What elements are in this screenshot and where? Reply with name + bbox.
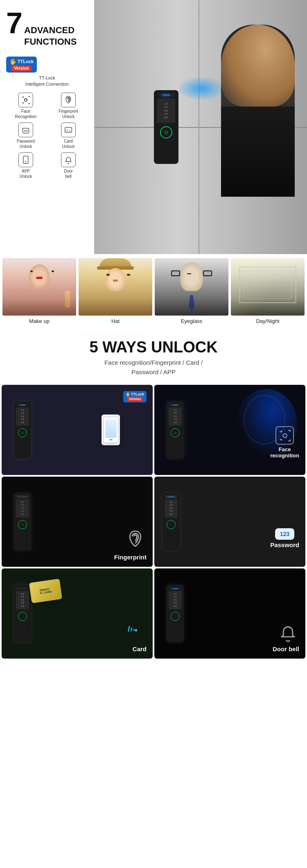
ttlock-badge: 🖐️ TTLock Version	[6, 57, 37, 73]
feature-password: 123 Password Unlock	[6, 123, 45, 149]
fingerprint-icon	[61, 93, 76, 107]
version-label: Version	[11, 66, 31, 71]
demo-photo-hat	[79, 258, 152, 316]
fingerprint-cell-label: Fingerprint	[114, 554, 147, 561]
unlock-cell-app: 1 23 45 67 89 0 ○ 🖐️ TTLock Version	[2, 385, 153, 475]
face-recognition-label: Face Recognition	[15, 109, 37, 119]
title-line1: ADVANCED	[24, 25, 77, 36]
ttlock-label: TTLock	[18, 59, 34, 64]
svg-point-7	[25, 161, 27, 162]
ways-unlock-subtitle: Face recognition/Fingerprint / Card / Pa…	[0, 358, 307, 377]
mini-lock-fingerprint: 1 23 45 67 89 0 ○	[14, 493, 31, 550]
feature-face: Face Recognition	[6, 93, 45, 119]
password-cell-badge: 123	[275, 528, 294, 540]
unlock-cell-doorbell: 1 23 45 67 89 0 Door bell	[154, 568, 305, 659]
section-ways-unlock: 5 WAYS UNLOCK Face recognition/Fingerpri…	[0, 330, 307, 381]
demo-label-hat: Hat	[79, 318, 152, 324]
unlock-cell-face: 1 23 45 67 89 0 ○ · · · ·· · · ·· · · · …	[154, 385, 305, 475]
demo-label-eyeglass: Eyeglass	[155, 318, 228, 324]
demo-photo-eyeglass	[155, 258, 228, 316]
feature-app: APP Unlock	[6, 152, 45, 179]
card-cell-label: Card	[133, 645, 147, 652]
app-icon	[18, 152, 33, 167]
demo-labels-row: Make up Hat Eyeglass Day/Night	[0, 316, 307, 324]
demo-photo-makeup	[2, 258, 76, 316]
doorbell-cell-label: Door bell	[273, 645, 299, 652]
doorbell-icon	[61, 152, 76, 167]
title-line2: FUNCTIONS	[24, 36, 77, 47]
ways-unlock-title: 5 WAYS UNLOCK	[0, 339, 307, 356]
app-unlock-label: APP Unlock	[20, 168, 32, 179]
mini-lock-app: 1 23 45 67 89 0 ○	[14, 401, 31, 459]
doorbell-label: Door bell	[64, 168, 73, 179]
password-icon: 123	[18, 123, 33, 137]
svg-point-8	[283, 434, 287, 437]
unlock-cell-card: 1 23 45 67 89 0 SMARTIC CARD Card	[2, 568, 153, 659]
fingerprint-cell-icon	[126, 530, 144, 550]
unlock-cell-fingerprint: 1 23 45 67 89 0 ○ Fingerprint	[2, 477, 153, 567]
unlock-methods-grid: 1 23 45 67 89 0 ○ 🖐️ TTLock Version	[0, 381, 307, 660]
svg-rect-6	[23, 156, 28, 163]
face-recognition-cell-label: Facerecognition	[270, 446, 299, 459]
card-icon	[61, 123, 76, 137]
feature-doorbell: Door bell	[49, 152, 88, 179]
svg-point-2	[27, 99, 27, 100]
card-label: Card Unlock	[62, 139, 75, 149]
demo-label-daynight: Day/Night	[231, 318, 305, 324]
hero-image: 1 23 45 67 89 0 ⊙ · · · · ·· · · · ·· · …	[90, 0, 307, 254]
svg-text:123: 123	[24, 130, 28, 132]
unlock-cell-password: 1 23 45 67 89 0 123 Password	[154, 477, 305, 567]
features-panel: 7 ADVANCED FUNCTIONS 🖐️ TTLock Version T…	[0, 0, 94, 254]
demo-photo-daynight	[231, 258, 305, 316]
svg-point-1	[25, 99, 25, 100]
svg-point-9	[135, 629, 137, 631]
number-7: 7	[6, 8, 23, 38]
blue-glow	[177, 76, 226, 101]
password-cell-label: Password	[270, 541, 299, 548]
ttlock-badge-small: 🖐️ TTLock Version	[123, 391, 147, 402]
svg-rect-5	[65, 127, 72, 132]
demo-label-makeup: Make up	[2, 318, 76, 324]
demo-photos-row	[0, 254, 307, 316]
mini-lock-doorbell: 1 23 45 67 89 0	[167, 585, 184, 642]
mini-lock-password: 1 23 45 67 89 0	[163, 493, 180, 550]
fingerprint-label: Fingerprint Unlock	[59, 109, 78, 119]
features-grid: Face Recognition Fingerprint Unlock	[6, 93, 88, 179]
mini-lock-card: 1 23 45 67 89 0	[14, 585, 31, 642]
tt-description: TT-Lock Intelligent Connection	[6, 75, 88, 88]
lock-device: 1 23 45 67 89 0 ⊙	[154, 90, 178, 164]
face-recognition-icon	[18, 93, 33, 107]
smart-card-visual: SMARTIC CARD	[29, 579, 62, 603]
feature-fingerprint: Fingerprint Unlock	[49, 93, 88, 119]
phone-icon	[102, 415, 120, 445]
section-advanced-functions: 7 ADVANCED FUNCTIONS 🖐️ TTLock Version T…	[0, 0, 307, 254]
password-label: Password Unlock	[17, 139, 35, 149]
card-wave-icon	[126, 621, 146, 643]
feature-card: Card Unlock	[49, 123, 88, 149]
mini-lock-face: 1 23 45 67 89 0 ○	[167, 401, 184, 459]
section-face-demos: Make up Hat Eyeglass Day/Night	[0, 254, 307, 330]
